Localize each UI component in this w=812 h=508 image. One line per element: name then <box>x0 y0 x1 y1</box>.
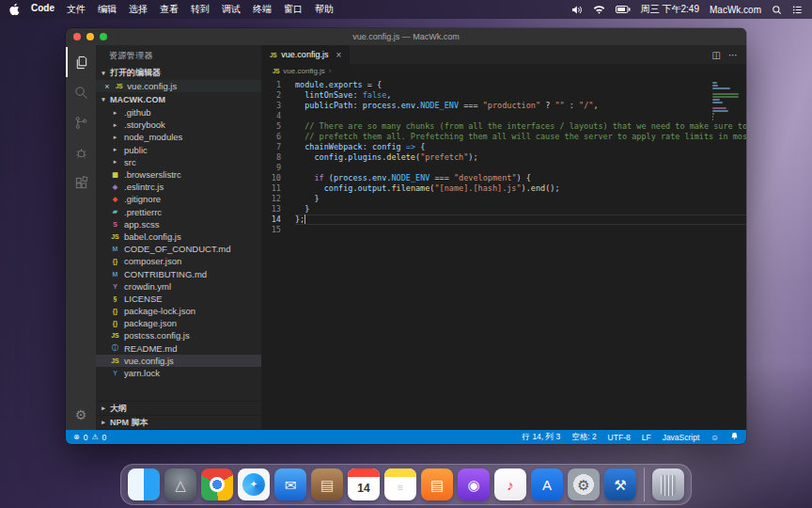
folder-.storybook[interactable]: ▸.storybook <box>96 119 261 131</box>
code-line-15[interactable] <box>295 225 746 235</box>
battery-icon[interactable] <box>616 5 631 14</box>
language-mode[interactable]: JavaScript <box>663 433 700 442</box>
code-line-11[interactable]: config.output.filename("[name].[hash].js… <box>295 183 746 194</box>
open-editor-item[interactable]: × JS vue.config.js <box>96 80 261 92</box>
project-root-header[interactable]: ▾ MACWK.COM <box>96 92 261 106</box>
debug-icon[interactable] <box>66 137 96 167</box>
file-crowdin.yml[interactable]: Ycrowdin.yml <box>96 280 261 293</box>
line-number-10[interactable]: 10 <box>261 173 289 183</box>
finder-icon[interactable] <box>128 468 160 500</box>
npm-scripts-section-header[interactable]: ▸ NPM 脚本 <box>96 416 261 430</box>
indentation[interactable]: 空格: 2 <box>571 432 596 443</box>
file-yarn.lock[interactable]: Yyarn.lock <box>96 367 261 379</box>
code-lines[interactable]: module.exports = { lintOnSave: false, pu… <box>295 80 746 235</box>
menu-item-文件[interactable]: 文件 <box>67 3 86 16</box>
code-line-1[interactable]: module.exports = { <box>295 80 746 90</box>
zoom-window-button[interactable] <box>100 33 107 40</box>
menu-item-编辑[interactable]: 编辑 <box>98 3 117 16</box>
menu-item-调试[interactable]: 调试 <box>222 3 241 16</box>
notifications-bell-icon[interactable] <box>730 432 739 442</box>
appstore-icon[interactable]: A <box>531 468 563 500</box>
gutter[interactable]: 123456789101112131415 <box>261 80 289 235</box>
line-number-6[interactable]: 6 <box>261 132 289 142</box>
file-babel.config.js[interactable]: JSbabel.config.js <box>96 230 261 243</box>
mail-icon[interactable]: ✉ <box>274 468 306 500</box>
code-line-3[interactable]: publicPath: process.env.NODE_ENV === "pr… <box>295 101 746 111</box>
folder-.github[interactable]: ▸.github <box>96 106 261 119</box>
file-CONTRIBUTING.md[interactable]: MCONTRIBUTING.md <box>96 267 261 279</box>
menu-item-窗口[interactable]: 窗口 <box>284 3 303 16</box>
line-number-4[interactable]: 4 <box>261 111 289 121</box>
code-line-8[interactable]: config.plugins.delete("prefetch"); <box>295 152 746 163</box>
file-.browserslistrc[interactable]: ▦.browserslistrc <box>96 168 261 181</box>
file-package-lock.json[interactable]: {}package-lock.json <box>96 305 261 317</box>
code-line-6[interactable]: // prefetch them all. Prefetching them a… <box>295 132 746 142</box>
line-number-5[interactable]: 5 <box>261 121 289 132</box>
title-bar[interactable]: vue.config.js — MacWk.com <box>66 28 746 45</box>
contacts-icon[interactable]: ▤ <box>311 468 343 500</box>
apple-menu-icon[interactable] <box>9 3 20 17</box>
problems-indicator[interactable]: ⊗ 0 ⚠ 0 <box>73 433 106 442</box>
menu-item-查看[interactable]: 查看 <box>160 3 179 16</box>
line-number-3[interactable]: 3 <box>261 101 289 111</box>
settings-icon[interactable]: ⚙ <box>568 468 600 500</box>
calendar-icon[interactable]: 14 <box>348 468 380 500</box>
books-icon[interactable]: ▤ <box>421 468 453 500</box>
file-app.scss[interactable]: Sapp.scss <box>96 218 261 230</box>
line-number-15[interactable]: 15 <box>261 225 289 235</box>
more-actions-icon[interactable]: ⋯ <box>728 50 738 60</box>
code-line-7[interactable]: chainWebpack: config => { <box>295 142 746 152</box>
outline-section-header[interactable]: ▸ 大纲 <box>96 402 261 416</box>
code-line-14[interactable]: }; <box>295 214 746 225</box>
line-number-11[interactable]: 11 <box>261 183 289 194</box>
code-line-10[interactable]: if (process.env.NODE_ENV === "developmen… <box>295 173 746 183</box>
source-control-icon[interactable] <box>66 107 96 137</box>
music-icon[interactable]: ♪ <box>494 468 526 500</box>
line-number-12[interactable]: 12 <box>261 194 289 204</box>
folder-public[interactable]: ▸public <box>96 144 261 156</box>
notification-center-icon[interactable] <box>792 5 803 15</box>
menu-item-帮助[interactable]: 帮助 <box>315 3 334 16</box>
code-line-5[interactable]: // There are so many chunks (from all th… <box>295 121 746 132</box>
folder-src[interactable]: ▸src <box>96 156 261 168</box>
line-number-9[interactable]: 9 <box>261 163 289 173</box>
file-LICENSE[interactable]: §LICENSE <box>96 293 261 305</box>
folder-node_modules[interactable]: ▸node_modules <box>96 131 261 143</box>
file-.gitignore[interactable]: ◆.gitignore <box>96 193 261 205</box>
feedback-smiley-icon[interactable]: ☺ <box>710 433 719 442</box>
code-line-2[interactable]: lintOnSave: false, <box>295 90 746 101</box>
split-editor-icon[interactable]: ◫ <box>712 50 721 60</box>
line-number-8[interactable]: 8 <box>261 152 289 163</box>
file-CODE_OF_CONDUCT.md[interactable]: MCODE_OF_CONDUCT.md <box>96 243 261 255</box>
cursor-position[interactable]: 行 14, 列 3 <box>523 432 561 443</box>
menubar-brand[interactable]: MacWk.com <box>710 5 761 15</box>
code-line-4[interactable] <box>295 111 746 121</box>
breadcrumb[interactable]: JS vue.config.js › <box>261 64 746 77</box>
extensions-icon[interactable] <box>66 167 96 198</box>
file-package.json[interactable]: {}package.json <box>96 317 261 329</box>
trash-icon[interactable] <box>652 468 684 500</box>
notes-icon[interactable]: ≡ <box>384 468 416 500</box>
file-.prettierrc[interactable]: ▰.prettierrc <box>96 206 261 218</box>
code-editor[interactable]: 123456789101112131415 module.exports = {… <box>261 77 746 430</box>
code-line-12[interactable]: } <box>295 194 746 204</box>
eol-sequence[interactable]: LF <box>642 433 651 442</box>
line-number-2[interactable]: 2 <box>261 90 289 101</box>
menu-item-转到[interactable]: 转到 <box>191 3 210 16</box>
line-number-13[interactable]: 13 <box>261 204 289 214</box>
tab-vue-config-js[interactable]: JS vue.config.js × <box>261 45 350 64</box>
close-tab-icon[interactable]: × <box>336 50 341 60</box>
launchpad-icon[interactable]: △ <box>164 468 196 500</box>
safari-icon[interactable]: ✦ <box>238 468 270 500</box>
close-window-button[interactable] <box>73 33 81 40</box>
minimap[interactable] <box>712 82 741 124</box>
wifi-icon[interactable] <box>593 5 605 14</box>
search-icon[interactable] <box>66 77 96 107</box>
file-README.md[interactable]: ⓘREADME.md <box>96 342 261 355</box>
code-line-13[interactable]: } <box>295 204 746 214</box>
menu-item-终端[interactable]: 终端 <box>253 3 272 16</box>
manage-gear-icon[interactable]: ⚙ <box>66 407 96 422</box>
spotlight-search-icon[interactable] <box>772 5 782 15</box>
chrome-icon[interactable] <box>201 468 233 500</box>
open-editors-header[interactable]: ▾ 打开的编辑器 <box>96 66 261 80</box>
